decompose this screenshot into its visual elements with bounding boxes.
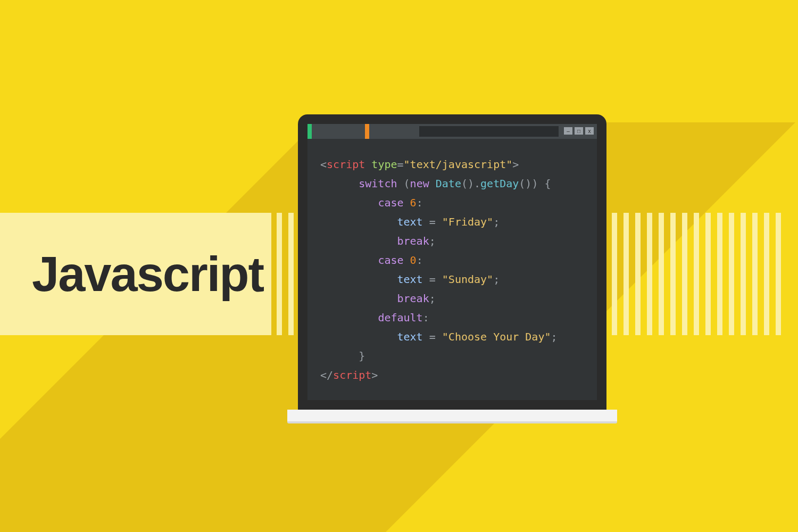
code-token: "Sunday" [442,273,493,286]
editor-tab-strip: – □ x [307,124,597,139]
code-token: getDay [480,177,519,190]
code-token: : [423,311,429,324]
code-token: type [371,158,397,171]
code-token: text [397,215,423,228]
code-token: (). [461,177,480,190]
code-token: break [397,235,429,247]
address-bar[interactable] [419,126,559,137]
code-token: = [423,330,442,343]
code-token: new [410,177,429,190]
code-token: default [378,311,422,324]
laptop: – □ x <script type="text/javascript"> sw… [298,114,606,423]
code-token: "Friday" [442,215,493,228]
code-editor-screen: – □ x <script type="text/javascript"> sw… [307,124,597,400]
code-token [404,196,410,209]
code-token: </ [320,369,333,381]
code-token: < [320,158,327,171]
code-token: } [359,350,365,362]
maximize-button[interactable]: □ [575,127,583,135]
page-title: Javascript [32,246,263,302]
code-token: case [378,196,403,209]
code-token: text [397,273,423,286]
code-token: 0 [410,254,417,267]
code-token: switch [359,177,397,190]
code-block: <script type="text/javascript"> switch (… [307,139,597,391]
code-token: = [397,158,404,171]
code-token: script [333,369,371,381]
screen-frame: – □ x <script type="text/javascript"> sw… [298,114,606,410]
code-token: : [417,196,423,209]
code-token [365,158,371,171]
code-token: "text/javascript" [404,158,513,171]
code-token: break [397,292,429,305]
code-token: "Choose Your Day" [442,330,551,343]
decorative-bars-right [612,213,798,335]
code-token: = [423,273,442,286]
code-token: text [397,330,423,343]
close-button[interactable]: x [585,127,594,135]
tab-accent-icon [307,124,312,139]
code-token: : [417,254,423,267]
code-token: = [423,215,442,228]
code-token: case [378,254,403,267]
code-token: ; [429,292,436,305]
code-token: script [327,158,365,171]
code-token: Date [436,177,461,190]
code-token: > [512,158,519,171]
tab-accent-icon [365,124,369,139]
title-band: Javascript [0,213,271,335]
code-token: ( [397,177,410,190]
code-token: ; [429,235,436,247]
code-token: ; [493,273,500,286]
code-token: ()) { [519,177,551,190]
code-token: 6 [410,196,417,209]
code-token: ; [551,330,558,343]
code-token: > [371,369,378,381]
code-token [429,177,436,190]
minimize-button[interactable]: – [564,127,572,135]
code-token [404,254,410,267]
laptop-base [287,410,617,423]
code-token: ; [493,215,500,228]
